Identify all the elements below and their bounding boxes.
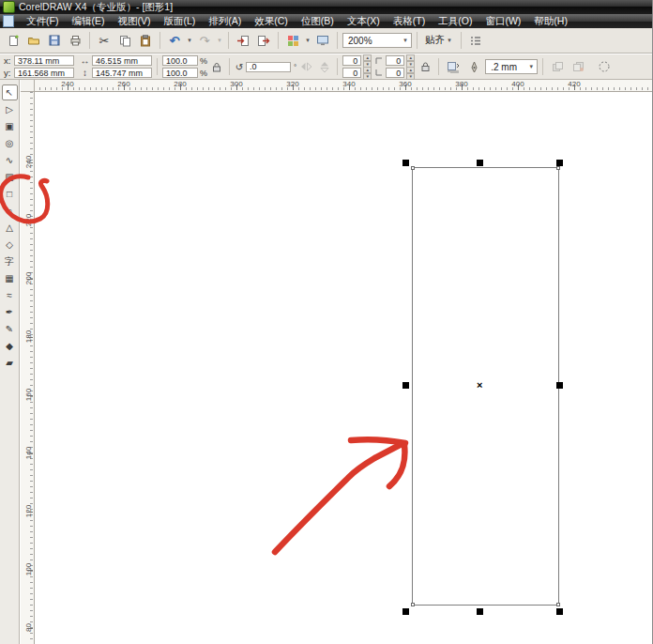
menu-item-7[interactable]: 文本(X) [341, 15, 387, 28]
rect-corner-node[interactable] [556, 603, 560, 606]
menu-item-6[interactable]: 位图(B) [295, 15, 341, 28]
menu-item-0[interactable]: 文件(F) [20, 15, 65, 28]
corner-bl-spinner[interactable]: ▴▾ [363, 68, 372, 78]
rect-corner-node[interactable] [411, 166, 415, 170]
cut-button[interactable]: ✂ [95, 31, 114, 50]
redo-dropdown[interactable]: ▾ [216, 37, 223, 44]
smart-fill-tool[interactable]: ▨ [2, 169, 18, 185]
save-button[interactable] [45, 31, 64, 50]
hruler-major-tick [462, 84, 463, 90]
menu-item-1[interactable]: 编辑(E) [65, 15, 111, 28]
print-button[interactable] [66, 31, 84, 50]
selection-handle-top-right[interactable] [556, 160, 563, 166]
selection-center-marker[interactable]: × [477, 380, 482, 391]
mirror-vertical-button[interactable] [316, 57, 332, 76]
menu-item-9[interactable]: 工具(O) [432, 15, 478, 28]
application-launcher-button[interactable] [283, 31, 302, 50]
ruler-origin-corner[interactable] [21, 80, 35, 92]
paste-icon [140, 35, 151, 47]
freehand-tool[interactable]: ∿ [2, 152, 18, 168]
menu-item-2[interactable]: 视图(V) [111, 15, 157, 28]
corner-tl-spinner[interactable]: ▴▾ [363, 55, 372, 66]
ellipse-tool[interactable]: ○ [2, 203, 18, 219]
standard-toolbar: ✂ ↶ ▾ ↷ ▾ ▾ 200% ▾ 贴 [0, 28, 652, 54]
scale-v-input[interactable]: 100.0 [162, 68, 198, 78]
basic-shapes-tool[interactable]: ◇ [2, 237, 18, 253]
object-height-input[interactable]: 145.747 mm [92, 68, 152, 78]
launcher-dropdown[interactable]: ▾ [304, 37, 311, 44]
menu-item-4[interactable]: 排列(A) [202, 15, 248, 28]
menu-item-3[interactable]: 版面(L) [157, 15, 202, 28]
coreldraw-window: CorelDRAW X4（专业版）- [图形1] 文件(F)编辑(E)视图(V)… [0, 0, 653, 644]
import-button[interactable] [234, 31, 252, 50]
menu-item-8[interactable]: 表格(T) [387, 15, 432, 28]
x-label: x: [4, 55, 12, 66]
outline-pen-tool[interactable]: ✎ [2, 321, 18, 337]
selection-handle-bottom-right[interactable] [556, 608, 563, 615]
menu-item-10[interactable]: 窗口(W) [478, 15, 527, 28]
shape-tool[interactable]: ▷ [2, 101, 18, 117]
fill-tool[interactable]: ◆ [2, 338, 18, 354]
title-bar[interactable]: CorelDRAW X4（专业版）- [图形1] [0, 0, 652, 14]
corner-radius-tr-input[interactable]: 0 [386, 55, 404, 66]
text-tool[interactable]: 字 [2, 253, 18, 269]
crop-tool[interactable]: ▣ [2, 118, 18, 134]
object-y-input[interactable]: 161.568 mm [14, 68, 74, 78]
selection-handle-bottom-middle[interactable] [477, 608, 483, 615]
zoom-level-combo[interactable]: 200% ▾ [342, 33, 412, 48]
object-width-input[interactable]: 46.515 mm [92, 55, 152, 66]
zoom-tool[interactable]: ◎ [2, 135, 18, 151]
rect-corner-node[interactable] [556, 166, 560, 170]
round-corners-together-button[interactable] [417, 57, 433, 76]
outline-pen-icon-button[interactable] [464, 57, 483, 76]
redo-button[interactable]: ↷ [195, 31, 214, 50]
eyedropper-tool[interactable]: ✒ [2, 304, 18, 320]
drawing-canvas[interactable]: × [35, 92, 653, 644]
options-button[interactable] [466, 31, 485, 50]
selection-handle-bottom-left[interactable] [402, 608, 409, 615]
object-x-input[interactable]: 378.11 mm [14, 55, 74, 66]
copy-button[interactable] [115, 31, 134, 50]
undo-button[interactable]: ↶ [165, 31, 184, 50]
selection-handle-top-left[interactable] [402, 160, 409, 166]
outline-width-combo[interactable]: .2 mm ▾ [485, 59, 538, 74]
drawn-rectangle[interactable] [412, 167, 559, 606]
rect-corner-node[interactable] [411, 603, 415, 606]
corner-br-spinner[interactable]: ▴▾ [406, 68, 415, 78]
corner-radius-br-input[interactable]: 0 [386, 68, 404, 78]
menu-item-11[interactable]: 帮助(H) [527, 15, 574, 28]
paste-button[interactable] [136, 31, 155, 50]
open-button[interactable] [24, 31, 43, 50]
selection-handle-top-middle[interactable] [477, 160, 483, 166]
corner-tr-spinner[interactable]: ▴▾ [406, 55, 415, 66]
undo-dropdown[interactable]: ▾ [186, 37, 193, 44]
interactive-fill-tool[interactable]: ▰ [2, 355, 18, 371]
welcome-screen-button[interactable] [313, 31, 332, 50]
mirror-horizontal-button[interactable] [298, 57, 314, 76]
pick-tool[interactable]: ↖ [2, 84, 18, 100]
export-button[interactable] [254, 31, 273, 50]
polygon-tool[interactable]: △ [2, 220, 18, 236]
table-tool[interactable]: ▦ [2, 270, 18, 286]
corner-radius-bl-input[interactable]: 0 [342, 68, 361, 78]
scale-h-input[interactable]: 100.0 [162, 55, 198, 66]
menu-item-5[interactable]: 效果(C) [248, 15, 295, 28]
corner-radius-tl-input[interactable]: 0 [342, 55, 361, 66]
convert-to-curves-button[interactable] [595, 57, 614, 76]
to-back-button[interactable] [569, 57, 587, 76]
toolbar-separator [89, 32, 90, 49]
app-icon [3, 1, 15, 13]
selection-handle-middle-right[interactable] [556, 382, 563, 389]
options-icon [470, 36, 481, 46]
selection-handle-middle-left[interactable] [402, 382, 409, 389]
rotation-angle-input[interactable]: .0 [246, 62, 291, 72]
horizontal-ruler[interactable]: 240260280300320340360380400420 [35, 80, 653, 92]
rectangle-tool[interactable]: □ [2, 186, 18, 202]
interactive-blend-tool[interactable]: ≈ [2, 287, 18, 303]
vertical-ruler[interactable]: 24022020018016014012010080 [21, 92, 35, 644]
wrap-paragraph-text-button[interactable] [444, 57, 463, 76]
new-document-button[interactable] [4, 31, 23, 50]
scale-lock-button[interactable] [209, 57, 224, 76]
to-front-button[interactable] [548, 57, 567, 76]
snap-to-button[interactable]: 贴齐 ▾ [422, 34, 456, 47]
